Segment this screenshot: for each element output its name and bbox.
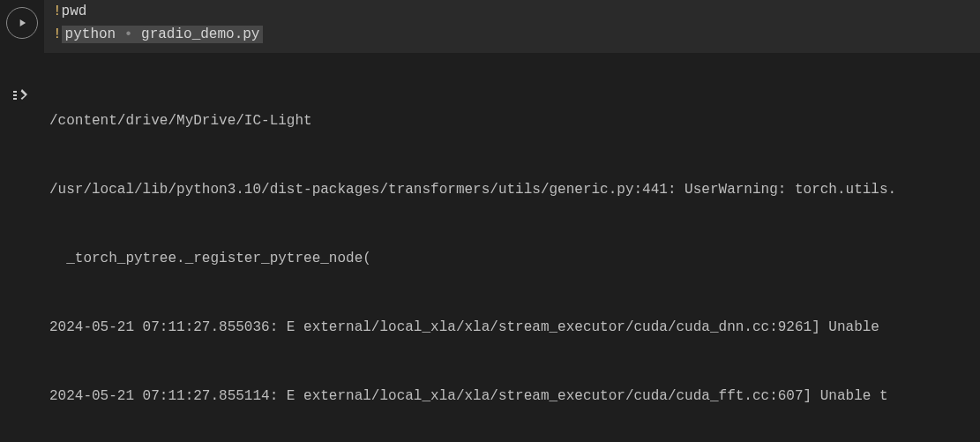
code-input-area[interactable]: !pwd !python • gradio_demo.py	[44, 0, 980, 55]
run-cell-button[interactable]	[6, 7, 38, 39]
highlighted-command: python • gradio_demo.py	[62, 26, 264, 43]
output-area: /content/drive/MyDrive/IC-Light /usr/loc…	[44, 55, 980, 442]
output-collapse-icon	[11, 85, 33, 106]
output-text-line: _torch_pytree._register_pytree_node(	[49, 247, 975, 270]
code-line-1: !pwd	[53, 0, 971, 23]
cell-main: !pwd !python • gradio_demo.py /content/d…	[44, 0, 980, 442]
output-toggle-button[interactable]	[10, 83, 34, 108]
cell-gutter	[0, 0, 44, 442]
output-text-line: /usr/local/lib/python3.10/dist-packages/…	[49, 178, 975, 201]
output-text-line: 2024-05-21 07:11:27.855114: E external/l…	[49, 385, 975, 408]
command-text: pwd	[62, 4, 87, 19]
code-line-2: !python • gradio_demo.py	[53, 23, 971, 46]
magic-prefix: !	[53, 4, 62, 19]
output-text-line: /content/drive/MyDrive/IC-Light	[49, 109, 975, 132]
magic-prefix: !	[53, 26, 62, 42]
output-text-line: 2024-05-21 07:11:27.855036: E external/l…	[49, 316, 975, 339]
play-icon	[16, 17, 28, 29]
